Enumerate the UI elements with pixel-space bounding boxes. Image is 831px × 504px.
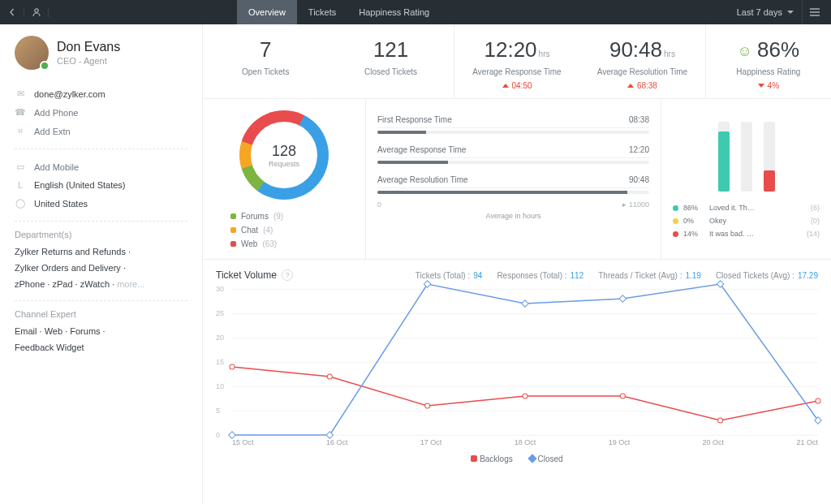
chevron-down-icon — [787, 11, 794, 15]
metric-avg-resolution: 90:48hrs Average Resolution Time 68:38 — [579, 24, 704, 98]
donut-panel: 128 Requests Forums(9)Chat(4)Web(63) — [203, 99, 365, 259]
mobile-icon: ▭ — [15, 162, 26, 172]
happiness-legend-item: 86%Loved it. Th…(6) — [673, 201, 820, 214]
metric-closed-tickets: 121 Closed Tickets — [328, 24, 453, 98]
happiness-panel: 86%Loved it. Th…(6)0%Okey(0)14%It was ba… — [661, 99, 831, 259]
line-chart: 051015202530 — [232, 289, 818, 435]
chart-title: Ticket Volume ? — [216, 269, 293, 281]
svg-point-4 — [523, 394, 527, 398]
svg-point-3 — [425, 403, 430, 408]
donut-chart: 128 Requests — [239, 110, 329, 200]
chart-stat: Closed Tickets (Avg) :17.29 — [716, 271, 818, 280]
happiness-bar — [718, 122, 730, 192]
contact-phone[interactable]: ☎Add Phone — [15, 103, 187, 122]
channel-list: Email · Web · Forums · Feedback Widget — [15, 324, 187, 356]
phone-icon: ☎ — [15, 107, 26, 118]
x-tick: 16 Oct — [326, 438, 348, 446]
time-bar-row: Average Response Time12:20 — [377, 140, 649, 158]
chart-stat: Responses (Total) :112 — [497, 271, 583, 280]
x-tick: 18 Oct — [515, 438, 536, 446]
happiness-bar — [741, 122, 752, 192]
time-bar-row: First Response Time08:38 — [377, 110, 649, 128]
legend-item: Web(63) — [230, 237, 283, 251]
chart-legend: Backlogs Closed — [216, 454, 818, 463]
svg-rect-10 — [424, 281, 431, 287]
period-selector[interactable]: Last 7 days — [737, 7, 794, 17]
x-tick: 20 Oct — [703, 438, 725, 446]
help-icon[interactable]: ? — [282, 269, 293, 281]
contact-country[interactable]: ◯United States — [15, 194, 187, 213]
ticket-volume-section: Ticket Volume ? Tickets (Total) :94Respo… — [203, 260, 831, 473]
tab-happiness[interactable]: Happiness Rating — [347, 0, 441, 24]
donut-value: 128 — [272, 143, 296, 160]
profile-subtitle: CEO - Agent — [57, 56, 120, 66]
chart-stat: Tickets (Total) :94 — [416, 271, 483, 280]
chart-stat: Threads / Ticket (Avg) :1.19 — [598, 271, 701, 280]
mail-icon: ✉ — [15, 88, 26, 99]
svg-point-0 — [34, 9, 37, 12]
svg-rect-9 — [326, 432, 334, 438]
metric-happiness: ☺86% Happiness Rating 4% — [705, 24, 831, 98]
svg-rect-11 — [522, 300, 529, 307]
channel-heading: Channel Expert — [15, 309, 187, 319]
delta-up-icon: 68:38 — [584, 81, 700, 90]
svg-point-2 — [327, 374, 332, 379]
happiness-legend-item: 0%Okey(0) — [673, 214, 820, 227]
legend-closed-icon — [527, 454, 536, 463]
location-icon: ◯ — [15, 198, 26, 209]
metric-open-tickets: 7 Open Tickets — [203, 24, 328, 98]
user-icon-button[interactable] — [24, 7, 49, 17]
scale-label: Average in hours — [377, 212, 649, 220]
x-tick: 15 Oct — [232, 438, 254, 446]
delta-up-icon: 04:50 — [459, 81, 575, 90]
time-bar-row: Average Resolution Time90:48 — [377, 170, 649, 188]
profile-name: Don Evans — [57, 40, 120, 54]
contact-mobile[interactable]: ▭Add Mobile — [15, 157, 187, 176]
svg-rect-8 — [229, 432, 236, 438]
contact-language[interactable]: LEnglish (United States) — [15, 176, 187, 194]
topbar: Overview Tickets Happiness Rating Last 7… — [0, 0, 831, 24]
contact-extn[interactable]: ⌗Add Extn — [15, 122, 187, 140]
delta-down-icon: 4% — [711, 81, 826, 90]
x-tick: 21 Oct — [796, 438, 818, 446]
profile-header: Don Evans CEO - Agent — [15, 36, 187, 70]
donut-legend: Forums(9)Chat(4)Web(63) — [230, 209, 283, 251]
departments-list: Zylker Returns and Refunds · Zylker Orde… — [15, 244, 187, 292]
main-content: 7 Open Tickets 121 Closed Tickets 12:20h… — [203, 24, 831, 504]
x-tick: 17 Oct — [420, 438, 442, 446]
svg-point-7 — [816, 398, 820, 403]
period-label: Last 7 days — [737, 7, 782, 17]
happiness-bar — [764, 122, 775, 192]
svg-point-5 — [620, 394, 625, 398]
donut-label: Requests — [269, 160, 299, 168]
departments-heading: Department(s) — [15, 230, 187, 239]
svg-rect-12 — [619, 295, 626, 302]
sidebar: Don Evans CEO - Agent ✉done@zylker.com ☎… — [0, 24, 203, 504]
back-button[interactable] — [0, 8, 24, 16]
time-bars-panel: First Response Time08:38Average Response… — [365, 99, 661, 259]
language-icon: L — [15, 180, 26, 190]
avatar[interactable] — [15, 36, 49, 70]
tab-tickets[interactable]: Tickets — [297, 0, 347, 24]
legend-backlogs-icon — [471, 455, 477, 462]
svg-point-1 — [230, 364, 235, 369]
contact-email[interactable]: ✉done@zylker.com — [15, 84, 187, 103]
main-tabs: Overview Tickets Happiness Rating — [237, 0, 441, 24]
metric-avg-response: 12:20hrs Average Response Time 04:50 — [454, 24, 579, 98]
svg-point-6 — [718, 418, 723, 423]
tab-overview[interactable]: Overview — [237, 0, 297, 24]
legend-item: Forums(9) — [230, 209, 283, 223]
extn-icon: ⌗ — [15, 126, 26, 136]
x-tick: 19 Oct — [609, 438, 631, 446]
metrics-row: 7 Open Tickets 121 Closed Tickets 12:20h… — [203, 24, 831, 99]
happiness-legend-item: 14%It was bad. …(14) — [673, 227, 820, 240]
smiley-icon: ☺ — [738, 43, 752, 59]
legend-item: Chat(4) — [230, 223, 283, 237]
menu-button[interactable] — [802, 0, 826, 24]
departments-more[interactable]: more... — [117, 279, 144, 289]
scale-max: 11000 — [629, 200, 649, 209]
